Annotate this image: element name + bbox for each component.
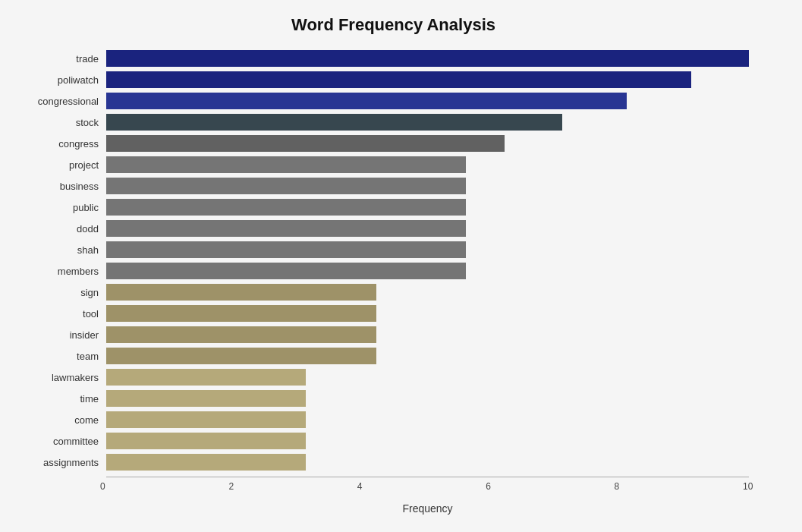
bar-label: congress [23, 138, 106, 150]
bars-container: tradepoliwatchcongressionalstockcongress… [106, 49, 749, 472]
bar [106, 135, 505, 152]
tick-labels: 0246810 [106, 481, 749, 496]
tick-label: 8 [615, 481, 620, 492]
bar-row: trade [106, 49, 749, 68]
bar [106, 369, 306, 386]
bar [106, 114, 562, 131]
bar-label: come [23, 414, 106, 426]
bar-label: tool [23, 308, 106, 320]
bar-row: dodd [106, 219, 749, 238]
bar-label: dodd [23, 223, 106, 235]
bar-row: come [106, 410, 749, 430]
bar-row: project [106, 155, 749, 175]
bar-label: time [23, 393, 106, 405]
bar [106, 50, 749, 67]
bar-label: team [23, 351, 106, 362]
bar [106, 263, 466, 279]
bar-label: lawmakers [23, 372, 106, 383]
bar-label: sign [23, 287, 106, 298]
bar-row: stock [106, 112, 749, 132]
bar-row: congressional [106, 91, 749, 111]
bar-row: members [106, 261, 749, 281]
bar-label: stock [23, 117, 106, 128]
bar [106, 433, 306, 449]
bar [106, 71, 691, 88]
bar-label: congressional [23, 96, 106, 107]
chart-title: Word Frequency Analysis [15, 15, 772, 35]
tick-label: 2 [228, 481, 234, 492]
x-axis-line [106, 477, 749, 477]
bar [106, 241, 466, 258]
bar-label: poliwatch [23, 74, 106, 86]
bar [106, 156, 466, 173]
bar [106, 284, 376, 301]
bar-label: members [23, 266, 106, 277]
bar-row: tool [106, 304, 749, 323]
bar-row: time [106, 389, 749, 408]
bar-row: insider [106, 325, 749, 345]
bar-row: committee [106, 431, 749, 451]
tick-label: 6 [486, 481, 491, 492]
bar-row: assignments [106, 452, 749, 472]
bar-label: committee [23, 436, 106, 447]
bar-row: sign [106, 282, 749, 302]
bar [106, 348, 376, 364]
chart-container: Word Frequency Analysis tradepoliwatchco… [0, 0, 802, 532]
bar-row: shah [106, 240, 749, 260]
tick-label: 0 [100, 481, 105, 492]
bar-label: insider [23, 329, 106, 341]
bar-label: assignments [23, 457, 106, 468]
bar [106, 390, 306, 407]
bar [106, 199, 466, 216]
bar-row: public [106, 197, 749, 217]
bar-row: business [106, 176, 749, 196]
bar-row: congress [106, 134, 749, 153]
bar [106, 454, 306, 471]
bar [106, 93, 627, 109]
bar-row: poliwatch [106, 70, 749, 90]
bar-label: trade [23, 53, 106, 65]
chart-inner: tradepoliwatchcongressionalstockcongress… [106, 49, 749, 515]
bar-row: team [106, 346, 749, 366]
bar-label: project [23, 159, 106, 171]
bar [106, 220, 466, 237]
bar [106, 305, 376, 322]
bar-label: business [23, 181, 106, 192]
x-axis-label: Frequency [106, 502, 749, 515]
bar [106, 411, 306, 428]
bar [106, 326, 376, 343]
bar-row: lawmakers [106, 367, 749, 387]
bar-label: public [23, 202, 106, 213]
tick-label: 10 [743, 481, 753, 492]
bar [106, 178, 466, 194]
bar-label: shah [23, 244, 106, 256]
tick-label: 4 [357, 481, 363, 492]
